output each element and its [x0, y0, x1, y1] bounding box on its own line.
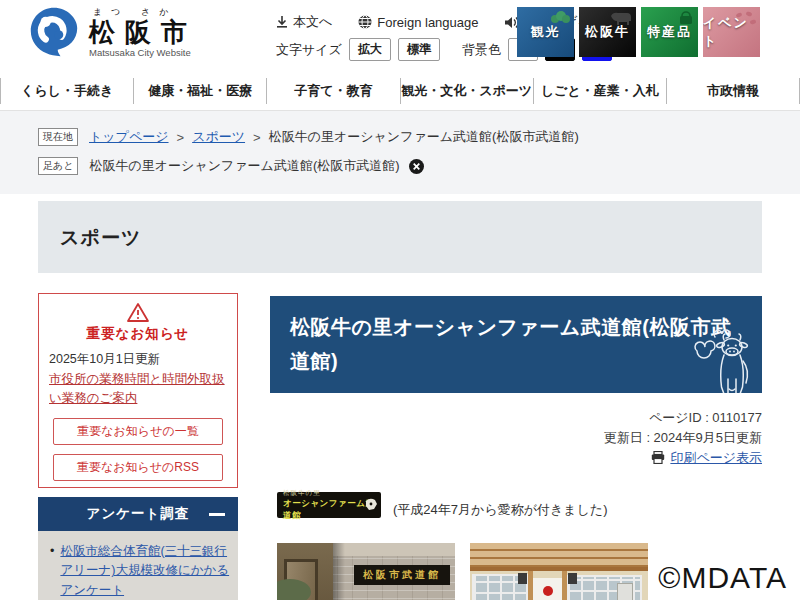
printer-icon: [651, 451, 665, 464]
nav-item-kenko[interactable]: 健康・福祉・医療: [133, 78, 266, 104]
cow-silhouette-icon: [607, 10, 633, 26]
city-logo-text: まつ さか 松阪市 Matsusaka City Website: [89, 6, 197, 58]
wall-shadow: [333, 543, 345, 600]
logo-subtitle: Matsusaka City Website: [89, 47, 197, 58]
nav-item-kosodate[interactable]: 子育て・教育: [266, 78, 399, 104]
font-size-label: 文字サイズ: [276, 41, 342, 59]
footprint-row: 足あと 松阪牛の里オーシャンファーム武道館(松阪市武道館): [38, 157, 424, 175]
speaker-box: [518, 573, 527, 584]
city-logo[interactable]: まつ さか 松阪市 Matsusaka City Website: [28, 6, 197, 58]
arrow-down-icon: [276, 16, 288, 28]
basket-icon: [677, 10, 695, 26]
footprint-item: 松阪牛の里オーシャンファーム武道館(松阪市武道館): [89, 157, 399, 175]
breadcrumb-separator: >: [253, 130, 261, 145]
skip-link-label: 本文へ: [293, 13, 332, 31]
updated-date: 更新日 : 2024年9月5日更新: [604, 428, 762, 448]
globe-icon: [358, 15, 372, 29]
notice-rss-button[interactable]: 重要なお知らせのRSS: [53, 454, 223, 481]
print-row: 印刷ページ表示: [604, 448, 762, 468]
petal-icon: [733, 10, 757, 28]
font-standard-button[interactable]: 標準: [398, 38, 440, 61]
collapse-minus-icon[interactable]: [209, 513, 225, 516]
breadcrumb-sports-link[interactable]: スポーツ: [192, 128, 245, 146]
watermark: ©MDATA: [658, 561, 787, 595]
ceiling-beam: [470, 567, 648, 571]
global-nav: くらし・手続き 健康・福祉・医療 子育て・教育 観光・文化・スポーツ しごと・産…: [0, 72, 800, 110]
notice-list-button[interactable]: 重要なお知らせの一覧: [53, 418, 223, 445]
bullet-icon: •: [50, 542, 54, 600]
page-title: 松阪牛の里オーシャンファーム武道館(松阪市武道館): [290, 310, 742, 379]
logo-title: 松阪市: [89, 19, 197, 46]
breadcrumb-separator: >: [177, 130, 185, 145]
building-sign: 松阪市武道館: [354, 565, 450, 585]
flag-sun-icon: [543, 586, 553, 596]
nav-item-kurashi[interactable]: くらし・手続き: [0, 78, 133, 104]
nav-item-shigoto[interactable]: しごと・産業・入札: [533, 78, 666, 104]
warning-icon: [126, 302, 150, 323]
tile-matsusaka-beef[interactable]: 松阪牛: [579, 7, 636, 57]
nickname-caption: (平成24年7月から愛称が付きました): [393, 501, 607, 519]
page-meta: ページID : 0110177 更新日 : 2024年9月5日更新 印刷ページ表…: [604, 408, 762, 468]
nav-item-kanko[interactable]: 観光・文化・スポーツ: [400, 78, 533, 104]
photo-interior: [470, 543, 648, 600]
current-location-tag: 現在地: [38, 128, 78, 146]
breadcrumb: 現在地 トップページ > スポーツ > 松阪牛の里オーシャンファーム武道館(松阪…: [38, 128, 579, 146]
wood-ceiling: [470, 543, 648, 567]
tile-specialty[interactable]: 特産品: [641, 7, 698, 57]
building-sign-text: 松阪市武道館: [363, 568, 441, 582]
cloud-icon: [549, 10, 571, 24]
close-icon: [409, 159, 424, 174]
page-title-banner: 松阪牛の里オーシャンファーム武道館(松阪市武道館): [270, 296, 762, 393]
font-enlarge-button[interactable]: 拡大: [349, 38, 391, 61]
foreign-link-label: Foreign language: [377, 15, 478, 30]
skip-to-content-link[interactable]: 本文へ: [276, 13, 332, 31]
list-item: • 松阪市総合体育館(三十三銀行アリーナ)大規模改修にかかるアンケート: [50, 542, 230, 600]
japan-flag: [533, 578, 562, 600]
tile-tourism-label: 観光: [531, 23, 561, 41]
photo-entrance: 松阪市武道館: [277, 543, 455, 600]
survey-section-header[interactable]: アンケート調査: [38, 497, 238, 531]
breadcrumb-band: 現在地 トップページ > スポーツ > 松阪牛の里オーシャンファーム武道館(松阪…: [0, 110, 800, 194]
speaker-box: [568, 573, 577, 584]
notice-title: 重要なお知らせ: [49, 325, 227, 343]
city-logo-icon: [28, 6, 80, 58]
print-page-link[interactable]: 印刷ページ表示: [670, 448, 762, 468]
facility-sign-image: 松阪牛の里 オーシャンファーム武道館: [277, 492, 381, 518]
gym-door: [617, 583, 633, 600]
cow-illustration-icon: [691, 323, 757, 393]
tile-event[interactable]: イベント: [703, 7, 760, 57]
section-band: スポーツ: [38, 201, 762, 273]
nav-item-shisei[interactable]: 市政情報: [666, 78, 799, 104]
tile-tourism[interactable]: 観光: [517, 7, 574, 57]
sign-cow-mark-icon: [363, 497, 378, 512]
survey-title: アンケート調査: [38, 497, 238, 531]
breadcrumb-current: 松阪牛の里オーシャンファーム武道館(松阪市武道館): [269, 128, 579, 146]
bg-color-label: 背景色: [462, 41, 501, 59]
footprint-close-button[interactable]: [409, 159, 424, 174]
section-title: スポーツ: [60, 225, 141, 251]
header-banner-tiles: 観光 松阪牛 特産品 イベン: [517, 7, 760, 57]
breadcrumb-home-link[interactable]: トップページ: [89, 128, 169, 146]
foreign-language-link[interactable]: Foreign language: [358, 15, 478, 30]
page-id: ページID : 0110177: [604, 408, 762, 428]
survey-link[interactable]: 松阪市総合体育館(三十三銀行アリーナ)大規模改修にかかるアンケート: [60, 542, 230, 600]
pillar: [562, 571, 567, 600]
notice-link[interactable]: 市役所の業務時間と時間外取扱い業務のご案内: [49, 370, 227, 409]
survey-section-body: • 松阪市総合体育館(三十三銀行アリーナ)大規模改修にかかるアンケート: [38, 531, 238, 600]
page: まつ さか 松阪市 Matsusaka City Website 本文へ F: [0, 0, 800, 600]
site-header: まつ さか 松阪市 Matsusaka City Website 本文へ F: [0, 0, 800, 66]
notice-date: 2025年10月1日更新: [49, 351, 227, 368]
footprint-tag: 足あと: [38, 157, 78, 175]
important-notice-box: 重要なお知らせ 2025年10月1日更新 市役所の業務時間と時間外取扱い業務のご…: [38, 293, 238, 488]
